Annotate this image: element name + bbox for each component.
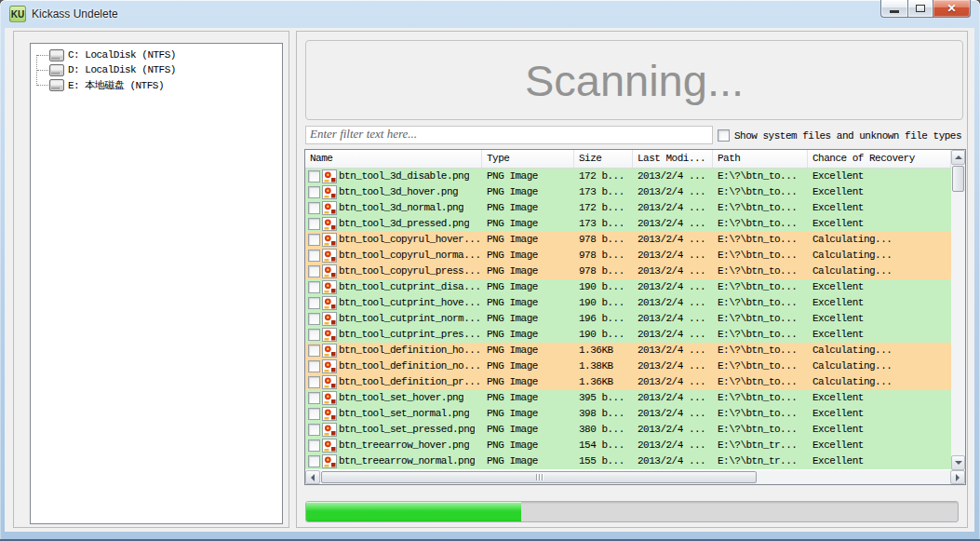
row-checkbox[interactable] — [308, 392, 320, 404]
cell-path: E:\?\btn_to... — [713, 406, 808, 422]
row-checkbox[interactable] — [308, 234, 320, 246]
row-checkbox[interactable] — [308, 376, 320, 388]
cell-type: PNG Image — [482, 184, 574, 200]
row-checkbox[interactable] — [308, 360, 320, 372]
row-checkbox[interactable] — [308, 218, 320, 230]
cell-type: PNG Image — [482, 200, 574, 216]
cell-name: btn_tool_copyrul_press... — [305, 264, 482, 279]
table-row[interactable]: btn_tool_3d_pressed.pngPNG Image173 b...… — [305, 216, 951, 232]
drive-tree-box: C: LocalDisk (NTFS)D: LocalDisk (NTFS)E:… — [30, 43, 283, 524]
image-file-icon — [322, 375, 337, 389]
row-checkbox[interactable] — [308, 170, 320, 183]
table-row[interactable]: btn_tool_3d_disable.pngPNG Image172 b...… — [305, 169, 951, 184]
cell-name: btn_treearrow_hover.png — [305, 438, 482, 453]
table-row[interactable]: btn_tool_cutprint_norm...PNG Image196 b.… — [305, 311, 951, 327]
file-table: NameTypeSizeLast Modi...PathChance of Re… — [304, 149, 966, 485]
hard-drive-icon — [49, 49, 64, 61]
table-row[interactable]: btn_tool_definition_no...PNG Image1.38KB… — [305, 358, 951, 374]
table-row[interactable]: btn_tool_copyrul_hover...PNG Image978 b.… — [305, 232, 951, 248]
row-checkbox[interactable] — [308, 329, 320, 341]
horizontal-scroll-thumb[interactable] — [321, 471, 757, 483]
column-header-size[interactable]: Size — [574, 150, 633, 168]
image-file-icon — [322, 233, 337, 247]
row-checkbox[interactable] — [308, 250, 320, 262]
cell-chance: Excellent — [808, 311, 951, 327]
table-row[interactable]: btn_tool_cutprint_hove...PNG Image190 b.… — [305, 295, 951, 311]
table-body: btn_tool_3d_disable.pngPNG Image172 b...… — [305, 169, 951, 469]
table-row[interactable]: btn_tool_copyrul_norma...PNG Image978 b.… — [305, 248, 951, 264]
column-header-chance[interactable]: Chance of Recovery — [808, 150, 951, 168]
show-system-files-label[interactable]: Show system files and unknown file types — [734, 130, 961, 142]
window-controls: ✕ — [880, 0, 971, 18]
close-button[interactable]: ✕ — [933, 0, 971, 18]
cell-name: btn_tool_definition_no... — [305, 358, 482, 374]
column-header-type[interactable]: Type — [482, 150, 574, 168]
row-checkbox[interactable] — [308, 408, 320, 420]
image-file-icon — [322, 169, 337, 183]
cell-chance: Calculating... — [808, 358, 951, 374]
cell-size: 154 b... — [574, 438, 633, 453]
row-checkbox[interactable] — [308, 297, 320, 309]
image-file-icon — [322, 359, 337, 373]
cell-chance: Excellent — [808, 279, 951, 295]
cell-size: 1.36KB — [574, 343, 633, 358]
filter-input[interactable] — [305, 126, 713, 144]
cell-chance: Excellent — [808, 327, 951, 343]
cell-chance: Calculating... — [808, 232, 951, 248]
cell-path: E:\?\btn_to... — [713, 200, 808, 216]
tree-item-drive-1[interactable]: D: LocalDisk (NTFS) — [31, 62, 282, 77]
vertical-scroll-thumb[interactable] — [952, 166, 964, 192]
cell-modified: 2013/2/4 ... — [633, 438, 713, 453]
cell-name: btn_tool_cutprint_pres... — [305, 327, 482, 343]
table-row[interactable]: btn_treearrow_hover.pngPNG Image154 b...… — [305, 438, 951, 453]
file-name: btn_tool_set_hover.png — [339, 390, 463, 406]
image-file-icon — [322, 328, 337, 342]
horizontal-scrollbar[interactable] — [305, 470, 965, 484]
cell-name: btn_tool_cutprint_hove... — [305, 295, 482, 311]
row-checkbox[interactable] — [308, 440, 320, 452]
table-row[interactable]: btn_treearrow_normal.pngPNG Image155 b..… — [305, 453, 951, 469]
scroll-down-button[interactable] — [951, 455, 965, 470]
window-title: Kickass Undelete — [32, 7, 118, 20]
table-row[interactable]: btn_tool_cutprint_disa...PNG Image190 b.… — [305, 279, 951, 295]
scroll-right-button[interactable] — [950, 470, 965, 484]
table-row[interactable]: btn_tool_set_hover.pngPNG Image395 b...2… — [305, 390, 951, 406]
row-checkbox[interactable] — [308, 313, 320, 325]
row-checkbox[interactable] — [308, 455, 320, 467]
cell-name: btn_tool_cutprint_disa... — [305, 279, 482, 295]
column-header-path[interactable]: Path — [713, 150, 808, 168]
table-row[interactable]: btn_tool_3d_normal.pngPNG Image172 b...2… — [305, 200, 951, 216]
maximize-icon — [916, 5, 925, 12]
table-row[interactable]: btn_tool_set_pressed.pngPNG Image380 b..… — [305, 422, 951, 438]
app-icon: KU — [9, 6, 26, 22]
table-row[interactable]: btn_tool_cutprint_pres...PNG Image190 b.… — [305, 327, 951, 343]
row-checkbox[interactable] — [308, 424, 320, 436]
vertical-scrollbar[interactable] — [951, 150, 965, 470]
tree-item-drive-2[interactable]: E: 本地磁盘 (NTFS) — [31, 77, 282, 92]
tree-item-drive-0[interactable]: C: LocalDisk (NTFS) — [31, 47, 282, 62]
row-checkbox[interactable] — [308, 281, 320, 293]
cell-modified: 2013/2/4 ... — [633, 184, 713, 200]
table-row[interactable]: btn_tool_definition_pr...PNG Image1.36KB… — [305, 374, 951, 390]
show-system-files-checkbox[interactable] — [718, 129, 730, 142]
file-name: btn_tool_3d_normal.png — [339, 200, 463, 216]
cell-modified: 2013/2/4 ... — [633, 343, 713, 358]
image-file-icon — [322, 454, 337, 468]
maximize-button[interactable] — [907, 0, 933, 18]
table-row[interactable]: btn_tool_set_normal.pngPNG Image398 b...… — [305, 406, 951, 422]
minimize-button[interactable] — [880, 0, 907, 18]
scroll-up-button[interactable] — [951, 150, 965, 165]
column-header-modified[interactable]: Last Modi... — [633, 150, 713, 168]
file-name: btn_tool_3d_disable.png — [339, 169, 469, 184]
scroll-left-button[interactable] — [305, 470, 320, 484]
file-name: btn_tool_cutprint_norm... — [339, 311, 481, 327]
cell-chance: Excellent — [808, 216, 951, 232]
table-row[interactable]: btn_tool_3d_hover.pngPNG Image173 b...20… — [305, 184, 951, 200]
row-checkbox[interactable] — [308, 265, 320, 277]
row-checkbox[interactable] — [308, 186, 320, 198]
table-row[interactable]: btn_tool_copyrul_press...PNG Image978 b.… — [305, 264, 951, 279]
table-row[interactable]: btn_tool_definition_ho...PNG Image1.36KB… — [305, 343, 951, 358]
column-header-name[interactable]: Name — [305, 150, 482, 168]
row-checkbox[interactable] — [308, 202, 320, 214]
row-checkbox[interactable] — [308, 345, 320, 357]
